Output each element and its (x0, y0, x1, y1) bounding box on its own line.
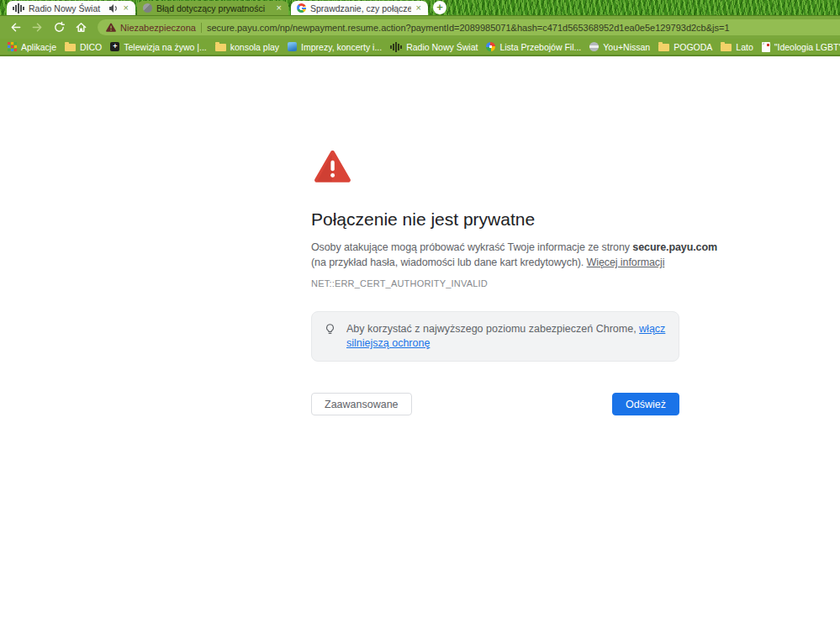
folder-icon (215, 44, 226, 51)
bookmark-label: Telewizja na żywo |... (124, 42, 206, 52)
folder-icon (721, 44, 732, 51)
bookmark-label: "Ideologia LGBT". C... (774, 42, 840, 52)
bookmark-label: Lato (736, 42, 753, 52)
bookmarks-bar: Aplikacje DICO + Telewizja na żywo |... … (0, 39, 840, 56)
apps-grid-icon (8, 42, 17, 51)
bookmark-lista-przebojow[interactable]: Lista Przebojów Fil... (486, 42, 581, 52)
bookmark-folder-lato[interactable]: Lato (721, 42, 753, 52)
reload-button[interactable] (50, 19, 67, 36)
back-button[interactable] (7, 19, 24, 36)
close-icon[interactable]: × (276, 3, 283, 13)
bookmark-folder-konsola-play[interactable]: konsola play (215, 42, 279, 52)
bookmark-label: You+Nissan (603, 42, 650, 52)
back-icon (9, 21, 22, 34)
bookmark-label: POGODA (674, 42, 712, 52)
bookmark-label: DICO (80, 42, 102, 52)
description-text: Osoby atakujące mogą próbować wykraść Tw… (311, 241, 632, 253)
security-label: Niezabezpieczona (120, 23, 196, 33)
folder-icon (65, 44, 76, 51)
affected-domain: secure.payu.com (632, 241, 717, 253)
error-page: Połączenie nie jest prywatne Osoby ataku… (0, 58, 840, 640)
blue-tile-icon (288, 42, 297, 51)
close-icon[interactable]: × (123, 3, 129, 13)
learn-more-link[interactable]: Więcej informacji (587, 257, 665, 268)
forward-icon (31, 21, 44, 34)
bookmark-radio-nowy-swiat[interactable]: Radio Nowy Świat (390, 42, 478, 52)
tip-text: Aby korzystać z najwyższego poziomu zabe… (346, 323, 639, 335)
address-bar[interactable]: Niezabezpieczona secure.payu.com/np/newp… (98, 19, 840, 35)
bookmark-folder-dico[interactable]: DICO (65, 42, 102, 52)
tab-title: Sprawdzanie, czy połączenie z da (310, 3, 411, 13)
tab-privacy-error[interactable]: Błąd dotyczący prywatności × (137, 1, 288, 15)
bookmark-you-nissan[interactable]: You+Nissan (589, 42, 650, 52)
tab-title: Błąd dotyczący prywatności (156, 3, 272, 13)
reload-icon (53, 21, 66, 34)
bookmark-label: Radio Nowy Świat (406, 42, 478, 52)
bookmark-label: konsola play (230, 42, 279, 52)
button-row: Zaawansowane Odśwież (311, 393, 679, 415)
bookmark-label: Imprezy, koncerty i... (301, 42, 382, 52)
bookmark-label: Lista Przebojów Fil... (499, 42, 581, 52)
bookmark-folder-pogoda[interactable]: POGODA (658, 42, 712, 52)
bookmark-label: Aplikacje (21, 42, 56, 52)
error-description: Osoby atakujące mogą próbować wykraść Tw… (311, 240, 706, 270)
page-red-icon (762, 42, 770, 52)
soundwave-icon (13, 3, 24, 13)
protection-tip-text: Aby korzystać z najwyższego poziomu zabe… (346, 322, 667, 351)
color-disc-icon (486, 42, 495, 51)
home-icon (75, 21, 87, 34)
plus-tile-icon: + (110, 42, 119, 51)
reload-page-button[interactable]: Odśwież (612, 393, 679, 415)
not-secure-warning-icon (106, 23, 116, 32)
omnibox-divider (201, 23, 202, 33)
tab-checking-connection[interactable]: Sprawdzanie, czy połączenie z da × (291, 1, 428, 15)
audio-playing-icon[interactable] (108, 3, 119, 13)
nissan-logo-icon (589, 42, 599, 51)
lightbulb-icon (324, 323, 336, 336)
insecure-page-icon (143, 3, 152, 13)
bookmark-aplikacje[interactable]: Aplikacje (8, 42, 56, 52)
warning-triangle-icon (313, 149, 352, 184)
bookmark-ideologia[interactable]: "Ideologia LGBT". C... (762, 42, 840, 52)
tab-title: Radio Nowy Świat (29, 3, 104, 13)
bookmark-telewizja[interactable]: + Telewizja na żywo |... (110, 42, 206, 52)
error-code: NET::ERR_CERT_AUTHORITY_INVALID (311, 278, 488, 288)
folder-icon (658, 44, 669, 51)
error-title: Połączenie nie jest prywatne (311, 209, 706, 230)
tab-radio-nowy-swiat[interactable]: Radio Nowy Świat × (7, 1, 135, 15)
google-g-icon (297, 3, 306, 13)
new-tab-button[interactable]: + (433, 1, 446, 14)
bookmark-imprezy[interactable]: Imprezy, koncerty i... (288, 42, 382, 52)
close-icon[interactable]: × (415, 3, 422, 13)
advanced-button[interactable]: Zaawansowane (311, 393, 412, 415)
forward-button[interactable] (29, 19, 45, 36)
home-button[interactable] (72, 19, 89, 36)
description-text-line2: (na przykład hasła, wiadomości lub dane … (311, 257, 587, 268)
toolbar: Niezabezpieczona secure.payu.com/np/newp… (0, 15, 840, 39)
soundwave-icon (390, 42, 402, 52)
url-text[interactable]: secure.payu.com/np/newpayment.resume.act… (207, 23, 730, 33)
enhanced-protection-box: Aby korzystać z najwyższego poziomu zabe… (311, 311, 679, 362)
tab-strip: Radio Nowy Świat × Błąd dotyczący prywat… (0, 0, 840, 15)
security-badge[interactable]: Niezabezpieczona (106, 23, 196, 33)
